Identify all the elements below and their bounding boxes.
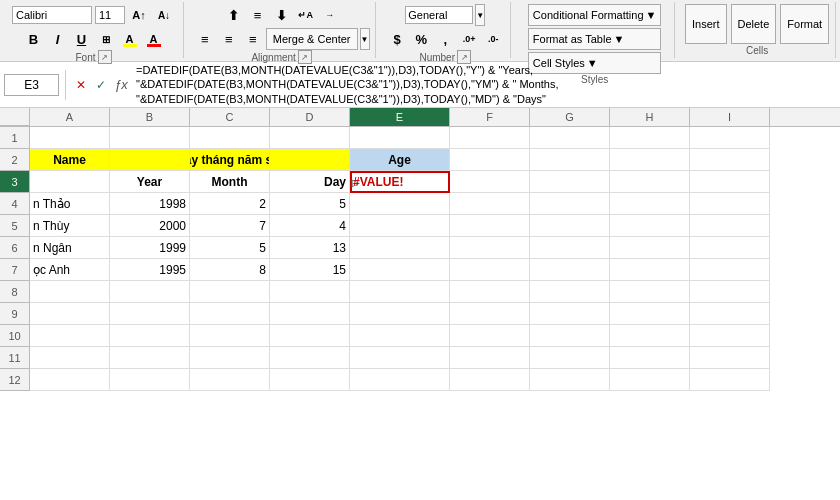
cell-b4[interactable]: 1998 bbox=[110, 193, 190, 215]
cell-e7[interactable] bbox=[350, 259, 450, 281]
cell-e9[interactable] bbox=[350, 303, 450, 325]
italic-button[interactable]: I bbox=[47, 28, 69, 50]
cell-h8[interactable] bbox=[610, 281, 690, 303]
insert-btn[interactable]: Insert bbox=[685, 4, 727, 44]
cell-d11[interactable] bbox=[270, 347, 350, 369]
cell-i5[interactable] bbox=[690, 215, 770, 237]
font-size-increase-btn[interactable]: A↑ bbox=[128, 4, 150, 26]
cell-d6[interactable]: 13 bbox=[270, 237, 350, 259]
cell-a4[interactable]: n Thảo bbox=[30, 193, 110, 215]
cell-g11[interactable] bbox=[530, 347, 610, 369]
merge-center-btn[interactable]: Merge & Center bbox=[266, 28, 358, 50]
cell-c9[interactable] bbox=[190, 303, 270, 325]
cell-b5[interactable]: 2000 bbox=[110, 215, 190, 237]
row-num-3[interactable]: 3 bbox=[0, 171, 30, 193]
cell-a8[interactable] bbox=[30, 281, 110, 303]
dollar-btn[interactable]: $ bbox=[386, 28, 408, 50]
row-num-1[interactable]: 1 bbox=[0, 127, 30, 149]
cell-c12[interactable] bbox=[190, 369, 270, 391]
cell-a10[interactable] bbox=[30, 325, 110, 347]
cell-d7[interactable]: 15 bbox=[270, 259, 350, 281]
comma-btn[interactable]: , bbox=[434, 28, 456, 50]
underline-button[interactable]: U bbox=[71, 28, 93, 50]
cell-h3[interactable] bbox=[610, 171, 690, 193]
cell-i12[interactable] bbox=[690, 369, 770, 391]
cell-b6[interactable]: 1999 bbox=[110, 237, 190, 259]
cell-g2[interactable] bbox=[530, 149, 610, 171]
cell-a12[interactable] bbox=[30, 369, 110, 391]
align-top-btn[interactable]: ⬆ bbox=[223, 4, 245, 26]
cell-a2[interactable]: Name bbox=[30, 149, 110, 171]
cell-d1[interactable] bbox=[270, 127, 350, 149]
col-header-d[interactable]: D bbox=[270, 108, 350, 126]
bold-button[interactable]: B bbox=[23, 28, 45, 50]
col-header-c[interactable]: C bbox=[190, 108, 270, 126]
cell-g1[interactable] bbox=[530, 127, 610, 149]
cell-e6[interactable] bbox=[350, 237, 450, 259]
font-size-decrease-btn[interactable]: A↓ bbox=[153, 4, 175, 26]
cell-b2[interactable] bbox=[110, 149, 190, 171]
left-align-btn[interactable]: ≡ bbox=[194, 28, 216, 50]
row-num-6[interactable]: 6 bbox=[0, 237, 30, 259]
cell-a5[interactable]: n Thùy bbox=[30, 215, 110, 237]
cell-f5[interactable] bbox=[450, 215, 530, 237]
cell-f4[interactable] bbox=[450, 193, 530, 215]
cell-g6[interactable] bbox=[530, 237, 610, 259]
col-header-i[interactable]: I bbox=[690, 108, 770, 126]
merge-dropdown-btn[interactable]: ▼ bbox=[360, 28, 370, 50]
cell-d12[interactable] bbox=[270, 369, 350, 391]
cell-i4[interactable] bbox=[690, 193, 770, 215]
cell-i1[interactable] bbox=[690, 127, 770, 149]
confirm-formula-icon[interactable]: ✓ bbox=[92, 76, 110, 94]
cell-b11[interactable] bbox=[110, 347, 190, 369]
number-expand-btn[interactable]: ↗ bbox=[457, 50, 471, 64]
cell-b7[interactable]: 1995 bbox=[110, 259, 190, 281]
fill-color-button[interactable]: A bbox=[119, 28, 141, 50]
cell-b3[interactable]: Year bbox=[110, 171, 190, 193]
col-header-a[interactable]: A bbox=[30, 108, 110, 126]
cell-b10[interactable] bbox=[110, 325, 190, 347]
cell-c6[interactable]: 5 bbox=[190, 237, 270, 259]
cell-f1[interactable] bbox=[450, 127, 530, 149]
font-size-input[interactable] bbox=[95, 6, 125, 24]
cell-d9[interactable] bbox=[270, 303, 350, 325]
cell-i11[interactable] bbox=[690, 347, 770, 369]
cell-g8[interactable] bbox=[530, 281, 610, 303]
cell-e2[interactable]: Age bbox=[350, 149, 450, 171]
number-format-input[interactable] bbox=[405, 6, 473, 24]
cell-ref-input[interactable] bbox=[4, 74, 59, 96]
fx-icon[interactable]: ƒx bbox=[112, 76, 130, 94]
cell-i9[interactable] bbox=[690, 303, 770, 325]
row-num-10[interactable]: 10 bbox=[0, 325, 30, 347]
cell-i8[interactable] bbox=[690, 281, 770, 303]
cell-a1[interactable] bbox=[30, 127, 110, 149]
number-format-dropdown-btn[interactable]: ▼ bbox=[475, 4, 485, 26]
cell-f3[interactable] bbox=[450, 171, 530, 193]
cell-g12[interactable] bbox=[530, 369, 610, 391]
cell-d3[interactable]: Day bbox=[270, 171, 350, 193]
cell-c8[interactable] bbox=[190, 281, 270, 303]
cell-f2[interactable] bbox=[450, 149, 530, 171]
dec-dec-btn[interactable]: .0- bbox=[482, 28, 504, 50]
dec-inc-btn[interactable]: .0+ bbox=[458, 28, 480, 50]
cell-d4[interactable]: 5 bbox=[270, 193, 350, 215]
row-num-11[interactable]: 11 bbox=[0, 347, 30, 369]
align-bottom-btn[interactable]: ⬇ bbox=[271, 4, 293, 26]
cell-f12[interactable] bbox=[450, 369, 530, 391]
cell-c1[interactable] bbox=[190, 127, 270, 149]
cell-a3[interactable] bbox=[30, 171, 110, 193]
col-header-e[interactable]: E bbox=[350, 108, 450, 126]
cell-g10[interactable] bbox=[530, 325, 610, 347]
cell-f7[interactable] bbox=[450, 259, 530, 281]
cell-a7[interactable]: ọc Anh bbox=[30, 259, 110, 281]
cell-h10[interactable] bbox=[610, 325, 690, 347]
align-middle-btn[interactable]: ≡ bbox=[247, 4, 269, 26]
cell-h2[interactable] bbox=[610, 149, 690, 171]
cell-e1[interactable] bbox=[350, 127, 450, 149]
cell-e10[interactable] bbox=[350, 325, 450, 347]
row-num-9[interactable]: 9 bbox=[0, 303, 30, 325]
cell-g3[interactable] bbox=[530, 171, 610, 193]
cell-h1[interactable] bbox=[610, 127, 690, 149]
delete-btn[interactable]: Delete bbox=[731, 4, 777, 44]
cell-f11[interactable] bbox=[450, 347, 530, 369]
